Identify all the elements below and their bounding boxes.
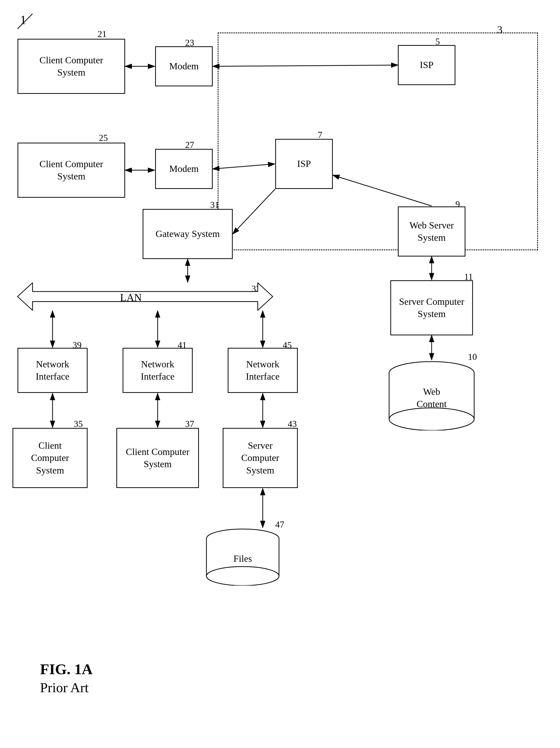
netif-45: Network Interface bbox=[228, 348, 298, 393]
isp-region bbox=[218, 32, 538, 250]
isp-7: ISP bbox=[275, 139, 333, 189]
fig-label: FIG. 1A bbox=[40, 661, 93, 678]
ref-41: 41 bbox=[178, 340, 187, 350]
ref-25: 25 bbox=[99, 133, 108, 143]
isp-5: ISP bbox=[398, 45, 456, 85]
netif-41: Network Interface bbox=[123, 348, 193, 393]
web-content-10: WebContent bbox=[388, 360, 475, 430]
ref-1: 1 bbox=[20, 13, 26, 27]
ref-27: 27 bbox=[185, 140, 194, 150]
gateway-31: Gateway System bbox=[143, 209, 233, 259]
server-computer-11: Server Computer System bbox=[390, 280, 473, 335]
svg-point-10 bbox=[206, 566, 279, 586]
ref-43: 43 bbox=[288, 419, 297, 429]
svg-marker-5 bbox=[18, 283, 273, 310]
ref-11: 11 bbox=[464, 272, 473, 282]
ref-35: 35 bbox=[74, 419, 83, 429]
files-47: Files bbox=[205, 528, 280, 586]
client-computer-35: Client Computer System bbox=[13, 428, 88, 488]
fig-sublabel: Prior Art bbox=[40, 680, 89, 696]
ref-39: 39 bbox=[73, 340, 81, 350]
ref-21: 21 bbox=[98, 29, 107, 39]
ref-33: 33 bbox=[252, 283, 260, 294]
web-server-9: Web Server System bbox=[398, 207, 465, 257]
ref-37: 37 bbox=[185, 419, 194, 429]
client-computer-21: Client Computer System bbox=[18, 39, 125, 94]
modem-23: Modem bbox=[155, 46, 213, 86]
diagram: 1 3 Client Computer System 21 Modem 23 I… bbox=[0, 0, 560, 748]
files-label: Files bbox=[233, 553, 252, 565]
ref-7: 7 bbox=[318, 130, 322, 140]
ref-23: 23 bbox=[185, 38, 194, 48]
ref-45: 45 bbox=[283, 340, 292, 350]
ref-47: 47 bbox=[275, 519, 284, 530]
lan-label: LAN bbox=[120, 291, 142, 304]
netif-39: Network Interface bbox=[18, 348, 88, 393]
ref-31: 31 bbox=[210, 200, 219, 210]
svg-point-4 bbox=[389, 408, 474, 430]
modem-27: Modem bbox=[155, 149, 213, 189]
web-content-label: WebContent bbox=[417, 385, 447, 411]
ref-9: 9 bbox=[456, 199, 460, 209]
ref-10: 10 bbox=[468, 352, 477, 362]
server-computer-43: Server Computer System bbox=[223, 428, 298, 488]
ref-5: 5 bbox=[436, 36, 440, 47]
client-computer-25: Client Computer System bbox=[18, 143, 125, 198]
client-computer-37: Client Computer System bbox=[116, 428, 199, 488]
